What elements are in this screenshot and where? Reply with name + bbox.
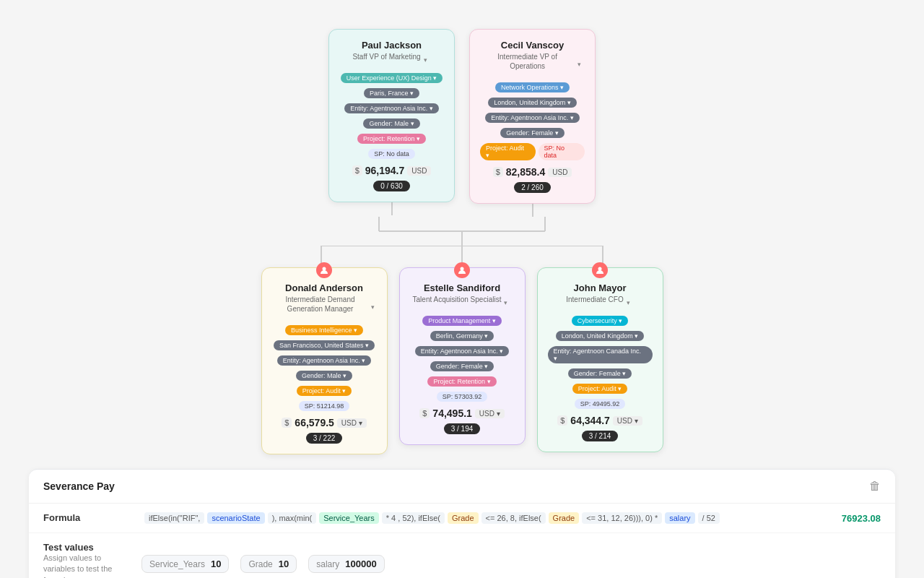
formula-text: <= 26, 8, ifElse(: [481, 512, 546, 524]
tag[interactable]: Gender: Male ▾: [363, 118, 419, 129]
tag[interactable]: London, United Kingdom ▾: [488, 98, 577, 108]
sp-tag: SP: No data: [368, 149, 415, 159]
formula-var-serviceyears[interactable]: Service_Years: [319, 512, 379, 524]
person-title: Staff VP of Marketing: [352, 52, 420, 61]
tag[interactable]: Project: Retention ▾: [427, 376, 496, 387]
currency-selector[interactable]: USD ▾: [475, 409, 505, 418]
tag[interactable]: Entity: Agentnoon Asia Inc. ▾: [485, 113, 580, 123]
salary-row: $ 82,858.4 USD: [480, 166, 585, 178]
test-input-label: Grade: [248, 559, 272, 569]
count-pill[interactable]: 0 / 630: [373, 181, 410, 191]
chevron-down-icon[interactable]: ▾: [578, 61, 585, 68]
formula-var-grade-1[interactable]: Grade: [448, 512, 479, 524]
count-pill[interactable]: 2 / 260: [514, 182, 551, 193]
dollar-sign: $: [419, 408, 430, 418]
tag[interactable]: Gender: Female ▾: [500, 128, 565, 138]
formula-var-grade-2[interactable]: Grade: [549, 512, 580, 524]
svg-point-9: [461, 267, 464, 271]
count-badge: 2 / 260: [480, 182, 585, 193]
dollar-sign: $: [493, 167, 503, 177]
test-input-label: salary: [316, 559, 339, 569]
tag[interactable]: Gender: Female ▾: [430, 361, 494, 371]
person-card[interactable]: Cecil Vanscoy Intermediate VP of Operati…: [469, 29, 596, 204]
chevron-down-icon[interactable]: ▾: [627, 299, 634, 306]
tag[interactable]: Business Intelligence ▾: [285, 325, 363, 335]
tag[interactable]: London, United Kingdom ▾: [556, 331, 645, 341]
tag[interactable]: Gender: Female ▾: [568, 368, 632, 379]
person-card[interactable]: John Mayor Intermediate CFO ▾ Cybersecur…: [537, 267, 663, 452]
test-input-value[interactable]: 10: [279, 558, 289, 569]
formula-text: ifElse(in("RIF",: [144, 512, 204, 524]
connector: [391, 202, 393, 215]
card-donald-anderson: Donald Anderson Intermediate Demand Gene…: [261, 267, 388, 454]
formula-var-salary[interactable]: salary: [665, 512, 694, 524]
tag[interactable]: Paris, France ▾: [364, 88, 419, 98]
tag[interactable]: User Experience (UX) Design ▾: [341, 73, 443, 83]
formula-text: * 4 , 52), ifElse(: [382, 512, 445, 524]
count-badge: 3 / 214: [548, 431, 653, 441]
test-input-value[interactable]: 100000: [345, 558, 376, 569]
tags-container: Product Management ▾ Berlin, Germany ▾ E…: [410, 316, 515, 402]
person-card[interactable]: Paul Jackson Staff VP of Marketing ▾ Use…: [328, 29, 455, 202]
chevron-down-icon[interactable]: ▾: [371, 303, 376, 311]
test-values-label: Test values: [43, 542, 130, 553]
formula-row: Formula ifElse(in("RIF", scenarioState )…: [29, 504, 895, 533]
formula-text: ), max(min(: [268, 512, 317, 524]
tag[interactable]: Entity: Agentnoon Asia Inc. ▾: [344, 103, 439, 113]
tag[interactable]: Project: Retention ▾: [357, 134, 426, 144]
tag[interactable]: Berlin, Germany ▾: [430, 331, 494, 341]
currency-selector[interactable]: USD: [407, 166, 431, 176]
currency-selector[interactable]: USD ▾: [337, 418, 367, 428]
tag[interactable]: Project: Audit ▾: [297, 386, 352, 396]
tags-container: Network Operations ▾ London, United King…: [480, 82, 585, 160]
chevron-down-icon[interactable]: ▾: [504, 299, 511, 306]
sp-tag: SP: No data: [539, 143, 585, 160]
test-input-grade[interactable]: Grade 10: [240, 555, 297, 573]
test-input-value[interactable]: 10: [211, 558, 221, 569]
avatar-badge: [316, 262, 332, 278]
count-pill[interactable]: 3 / 194: [444, 423, 481, 434]
person-name: Cecil Vanscoy: [480, 40, 585, 51]
tag[interactable]: Gender: Male ▾: [296, 371, 352, 381]
connector: [532, 204, 533, 217]
person-name: Donald Anderson: [272, 282, 377, 293]
tag[interactable]: Cybersecurity ▾: [572, 316, 629, 326]
tag[interactable]: Network Operations ▾: [495, 82, 570, 92]
currency-selector[interactable]: USD: [548, 168, 572, 177]
person-name: Estelle Sandiford: [410, 282, 515, 293]
count-pill[interactable]: 3 / 222: [306, 433, 343, 444]
last-tags-row: Project: Audit ▾ SP: No data: [480, 143, 585, 160]
delete-icon[interactable]: 🗑: [869, 480, 881, 493]
tags-container: Cybersecurity ▾ London, United Kingdom ▾…: [548, 316, 653, 409]
formula-var-scenariostate[interactable]: scenarioState: [207, 512, 264, 524]
person-card[interactable]: Estelle Sandiford Talent Acquisition Spe…: [399, 267, 526, 445]
tag[interactable]: San Francisco, United States ▾: [274, 340, 375, 350]
currency-selector[interactable]: USD ▾: [613, 416, 642, 426]
card-cecil-vanscoy: Cecil Vanscoy Intermediate VP of Operati…: [469, 29, 596, 217]
tree-connector-area: [253, 217, 671, 246]
tag[interactable]: Product Management ▾: [422, 316, 502, 326]
formula-label: Formula: [43, 512, 130, 523]
count-pill[interactable]: 3 / 214: [582, 431, 619, 441]
severance-pay-panel: Severance Pay 🗑 Formula ifElse(in("RIF",…: [29, 469, 895, 578]
tag[interactable]: Entity: Agentnoon Canada Inc. ▾: [548, 346, 653, 363]
test-input-label: Service_Years: [149, 559, 205, 569]
tag[interactable]: Entity: Agentnoon Asia Inc. ▾: [277, 355, 372, 366]
dollar-sign: $: [352, 165, 362, 176]
tag[interactable]: Entity: Agentnoon Asia Inc. ▾: [415, 346, 510, 356]
sp-tag: SP: 51214.98: [299, 401, 350, 411]
svg-point-8: [323, 267, 326, 271]
sp-tag: SP: 49495.92: [575, 399, 626, 409]
test-input-salary[interactable]: salary 100000: [308, 555, 384, 573]
chevron-down-icon[interactable]: ▾: [424, 56, 431, 64]
salary-row: $ 66,579.5 USD ▾: [272, 417, 377, 428]
count-badge: 3 / 222: [272, 433, 377, 444]
tag[interactable]: Project: Audit ▾: [572, 384, 628, 394]
formula-text: / 52: [698, 512, 720, 524]
test-input-service-years[interactable]: Service_Years 10: [141, 555, 229, 573]
card-paul-jackson: Paul Jackson Staff VP of Marketing ▾ Use…: [328, 29, 455, 217]
salary-amount: 96,194.7: [365, 165, 405, 176]
tag[interactable]: Project: Audit ▾: [480, 143, 536, 160]
dollar-sign: $: [557, 415, 567, 426]
person-card[interactable]: Donald Anderson Intermediate Demand Gene…: [261, 267, 388, 454]
